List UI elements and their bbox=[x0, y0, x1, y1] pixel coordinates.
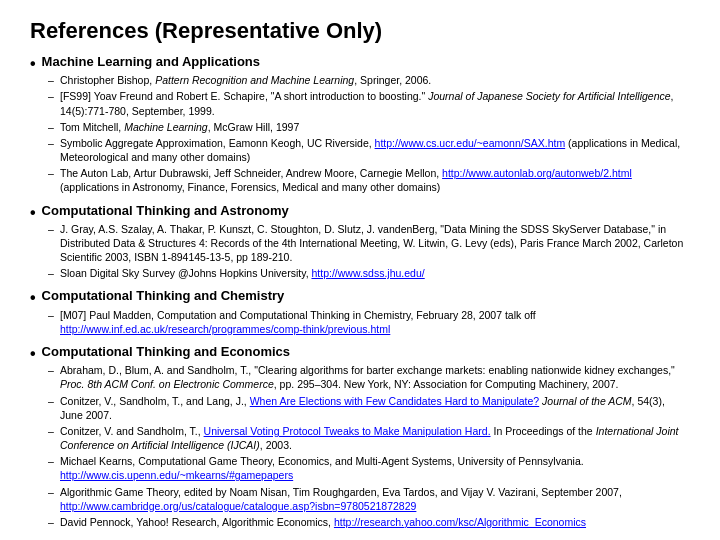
section-title-text: Machine Learning and Applications bbox=[42, 54, 260, 69]
list-item: Symbolic Aggregate Approximation, Eamonn… bbox=[48, 136, 690, 164]
list-item: Christopher Bishop, Pattern Recognition … bbox=[48, 73, 690, 87]
list-item: Conitzer, V. and Sandholm, T., Universal… bbox=[48, 424, 690, 452]
list-item: J. Gray, A.S. Szalay, A. Thakar, P. Kuns… bbox=[48, 222, 690, 265]
bullet-icon: • bbox=[30, 203, 36, 222]
section-title-text: Computational Thinking and Astronomy bbox=[42, 203, 289, 218]
bullet-icon: • bbox=[30, 288, 36, 307]
bullet-icon: • bbox=[30, 54, 36, 73]
refs-list-cta: J. Gray, A.S. Szalay, A. Thakar, P. Kuns… bbox=[48, 222, 690, 281]
list-item: [M07] Paul Madden, Computation and Compu… bbox=[48, 308, 690, 336]
section-title-ctc: •Computational Thinking and Chemistry bbox=[30, 288, 690, 307]
section-title-cta: •Computational Thinking and Astronomy bbox=[30, 203, 690, 222]
list-item: The Auton Lab, Artur Dubrawski, Jeff Sch… bbox=[48, 166, 690, 194]
list-item: [FS99] Yoav Freund and Robert E. Schapir… bbox=[48, 89, 690, 117]
section-title-ml: •Machine Learning and Applications bbox=[30, 54, 690, 73]
refs-list-cte: Abraham, D., Blum, A. and Sandholm, T., … bbox=[48, 363, 690, 529]
page-title: References (Representative Only) bbox=[30, 18, 690, 44]
section-title-cte: •Computational Thinking and Economics bbox=[30, 344, 690, 363]
refs-list-ml: Christopher Bishop, Pattern Recognition … bbox=[48, 73, 690, 194]
refs-list-ctc: [M07] Paul Madden, Computation and Compu… bbox=[48, 308, 690, 336]
list-item: Algorithmic Game Theory, edited by Noam … bbox=[48, 485, 690, 513]
list-item: Michael Kearns, Computational Game Theor… bbox=[48, 454, 690, 482]
section-title-text: Computational Thinking and Chemistry bbox=[42, 288, 285, 303]
section-ml: •Machine Learning and ApplicationsChrist… bbox=[30, 54, 690, 195]
list-item: Tom Mitchell, Machine Learning, McGraw H… bbox=[48, 120, 690, 134]
section-title-text: Computational Thinking and Economics bbox=[42, 344, 290, 359]
list-item: Sloan Digital Sky Survey @Johns Hopkins … bbox=[48, 266, 690, 280]
section-ctc: •Computational Thinking and Chemistry[M0… bbox=[30, 288, 690, 336]
list-item: Abraham, D., Blum, A. and Sandholm, T., … bbox=[48, 363, 690, 391]
section-cta: •Computational Thinking and AstronomyJ. … bbox=[30, 203, 690, 281]
bullet-icon: • bbox=[30, 344, 36, 363]
section-cte: •Computational Thinking and EconomicsAbr… bbox=[30, 344, 690, 529]
list-item: Conitzer, V., Sandholm, T., and Lang, J.… bbox=[48, 394, 690, 422]
list-item: David Pennock, Yahoo! Research, Algorith… bbox=[48, 515, 690, 529]
